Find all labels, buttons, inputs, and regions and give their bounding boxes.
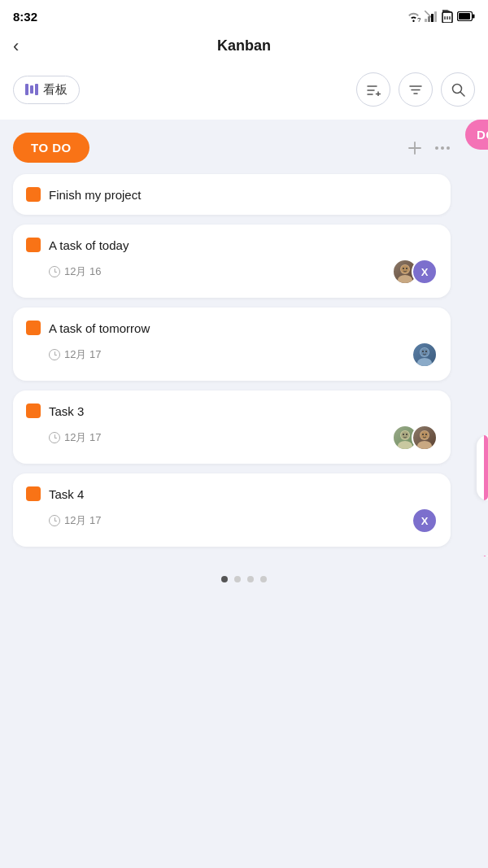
svg-point-39 bbox=[398, 441, 412, 449]
task-card-4[interactable]: Task 3 12月 17 bbox=[13, 390, 451, 464]
svg-point-37 bbox=[425, 351, 427, 352]
task-top-4: Task 3 bbox=[26, 403, 438, 418]
task-card-3[interactable]: A task of tomorrow 12月 17 bbox=[13, 308, 451, 381]
task-body-3: 12月 17 bbox=[26, 342, 438, 368]
svg-rect-1 bbox=[425, 19, 427, 22]
task-card-2[interactable]: A task of today 12月 16 bbox=[13, 225, 451, 298]
task-date-4: 12月 17 bbox=[49, 430, 102, 445]
task-top-2: A task of today bbox=[26, 238, 438, 252]
task-date-text-3: 12月 17 bbox=[64, 347, 102, 362]
task-title-4: Task 3 bbox=[49, 404, 438, 418]
clock-icon-2 bbox=[49, 266, 60, 277]
svg-rect-12 bbox=[473, 15, 475, 19]
status-icons: ? bbox=[407, 10, 475, 23]
dot-2 bbox=[234, 576, 241, 582]
board-area: TO DO bbox=[0, 120, 488, 556]
signal-icon bbox=[425, 11, 438, 22]
task-title-2: A task of today bbox=[49, 238, 438, 252]
svg-rect-4 bbox=[434, 11, 437, 22]
task-row-2: 12月 16 bbox=[49, 259, 438, 285]
task-card-5[interactable]: Task 4 12月 17 X bbox=[13, 473, 451, 547]
avatar-face-2 bbox=[413, 343, 436, 366]
svg-point-29 bbox=[398, 275, 412, 283]
task-top-3: A task of tomorrow bbox=[26, 321, 438, 335]
page-title: Kanban bbox=[217, 37, 271, 55]
avatar-2 bbox=[412, 342, 438, 368]
search-button[interactable] bbox=[441, 72, 475, 107]
avatar-x-2: X bbox=[412, 508, 438, 534]
svg-point-27 bbox=[447, 146, 450, 150]
task-color-5 bbox=[26, 486, 41, 501]
task-date-text-5: 12月 17 bbox=[64, 513, 102, 528]
task-date-3: 12月 17 bbox=[49, 347, 102, 362]
todo-more-button[interactable] bbox=[434, 146, 451, 150]
todo-add-button[interactable] bbox=[407, 140, 423, 156]
svg-rect-8 bbox=[447, 16, 448, 20]
svg-rect-11 bbox=[459, 13, 470, 20]
svg-point-41 bbox=[403, 434, 404, 435]
add-filter-button[interactable] bbox=[356, 72, 390, 107]
task-top-5: Task 4 bbox=[26, 486, 438, 501]
more-icon bbox=[434, 146, 451, 150]
svg-point-26 bbox=[441, 146, 444, 150]
todo-label: TO DO bbox=[13, 133, 89, 163]
view-label: 看板 bbox=[43, 82, 68, 98]
filter-button[interactable] bbox=[399, 72, 433, 107]
svg-line-22 bbox=[460, 92, 464, 96]
task-row-4: 12月 17 bbox=[49, 425, 438, 451]
avatar-x-1: X bbox=[412, 259, 438, 285]
kanban-icon bbox=[25, 84, 38, 95]
doing-label: DO bbox=[465, 120, 488, 150]
svg-point-31 bbox=[403, 268, 404, 269]
svg-point-40 bbox=[401, 431, 409, 439]
todo-column: TO DO bbox=[13, 133, 451, 556]
toolbar: 看板 bbox=[0, 66, 488, 120]
task-top-1: Finish my project bbox=[26, 187, 438, 202]
pagination-dots bbox=[0, 556, 488, 599]
task-card-1[interactable]: Finish my project bbox=[13, 174, 451, 215]
task-assignees-2: X bbox=[392, 259, 438, 285]
header: ‹ Kanban bbox=[0, 29, 488, 66]
task-row-3: 12月 17 bbox=[49, 342, 438, 368]
task-color-1 bbox=[26, 187, 41, 202]
svg-rect-7 bbox=[444, 16, 446, 20]
add-icon bbox=[407, 140, 423, 156]
board-columns: TO DO bbox=[13, 133, 475, 556]
task-assignees-5: X bbox=[412, 508, 438, 534]
svg-text:?: ? bbox=[417, 16, 420, 22]
dot-3 bbox=[247, 576, 254, 582]
clock-icon-5 bbox=[49, 515, 60, 526]
task-title-1: Finish my project bbox=[49, 188, 438, 202]
doing-card-peek-2 bbox=[477, 556, 488, 556]
task-date-5: 12月 17 bbox=[49, 513, 102, 528]
wifi-icon: ? bbox=[407, 11, 420, 22]
svg-point-42 bbox=[406, 434, 407, 435]
view-toggle-button[interactable]: 看板 bbox=[13, 76, 80, 104]
svg-point-30 bbox=[401, 265, 409, 273]
todo-column-header: TO DO bbox=[13, 133, 451, 163]
task-color-4 bbox=[26, 403, 41, 418]
svg-point-35 bbox=[420, 348, 429, 356]
svg-point-47 bbox=[425, 434, 427, 435]
doing-column-peek: DO bbox=[465, 120, 488, 150]
filter-icon bbox=[408, 83, 423, 96]
task-date-2: 12月 16 bbox=[49, 264, 102, 279]
svg-point-45 bbox=[420, 431, 429, 439]
svg-point-44 bbox=[417, 441, 432, 449]
clock-icon-3 bbox=[49, 349, 60, 360]
task-body-2: 12月 16 bbox=[26, 259, 438, 285]
task-body-4: 12月 17 bbox=[26, 425, 438, 451]
status-time: 8:32 bbox=[13, 10, 37, 24]
doing-card-peek-1 bbox=[477, 435, 488, 500]
back-button[interactable]: ‹ bbox=[13, 36, 19, 57]
svg-rect-9 bbox=[449, 16, 451, 20]
task-assignees-4 bbox=[392, 425, 438, 451]
svg-point-46 bbox=[422, 434, 424, 435]
clock-icon-4 bbox=[49, 432, 60, 443]
dot-1 bbox=[221, 576, 228, 582]
task-assignees-3 bbox=[412, 342, 438, 368]
task-date-text-4: 12月 17 bbox=[64, 430, 102, 445]
add-filter-icon bbox=[366, 83, 381, 96]
task-title-3: A task of tomorrow bbox=[49, 321, 438, 335]
svg-point-36 bbox=[422, 351, 424, 352]
